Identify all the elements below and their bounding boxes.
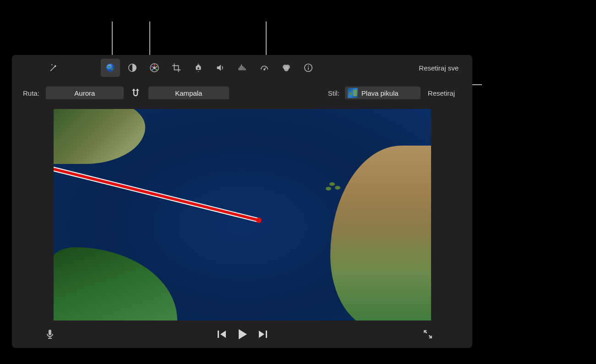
route-end-dropdown[interactable]: Kampala — [148, 87, 229, 99]
style-dropdown[interactable]: Plava pikula — [345, 87, 421, 99]
style-value: Plava pikula — [361, 89, 399, 97]
svg-point-0 — [106, 64, 115, 72]
svg-point-6 — [155, 69, 157, 70]
route-start-dropdown[interactable]: Aurora — [46, 87, 124, 99]
svg-rect-10 — [197, 65, 200, 67]
svg-point-8 — [151, 66, 153, 67]
info-tab-button[interactable] — [299, 59, 318, 77]
svg-point-7 — [152, 69, 153, 70]
inspector-toolbar: Resetiraj sve — [12, 55, 472, 81]
fullscreen-button[interactable] — [418, 325, 437, 343]
speed-tab-button[interactable] — [255, 59, 274, 77]
svg-point-5 — [156, 66, 157, 67]
svg-rect-21 — [49, 330, 51, 335]
style-swatch-icon — [348, 88, 358, 98]
previous-frame-button[interactable] — [217, 330, 227, 339]
volume-tab-button[interactable] — [211, 59, 230, 77]
voiceover-mic-button[interactable] — [40, 325, 60, 343]
playback-bar — [12, 321, 472, 348]
color-balance-tab-button[interactable] — [123, 59, 142, 77]
land-south-america — [54, 247, 177, 321]
route-label: Ruta: — [23, 89, 39, 97]
svg-point-4 — [153, 64, 155, 65]
inspector-panel: Resetiraj sve Ruta: Aurora Kampala Stil:… — [12, 55, 472, 348]
svg-rect-22 — [218, 331, 219, 338]
color-correction-tab-button[interactable] — [145, 59, 164, 77]
svg-point-12 — [264, 69, 265, 70]
svg-point-3 — [153, 66, 156, 69]
svg-rect-23 — [266, 331, 267, 338]
next-frame-button[interactable] — [258, 330, 268, 339]
map-preview[interactable] — [54, 109, 431, 321]
noise-reduction-tab-button[interactable] — [233, 59, 252, 77]
swap-route-button[interactable] — [128, 87, 144, 99]
svg-point-20 — [256, 217, 262, 223]
reset-style-button[interactable]: Resetiraj — [424, 87, 459, 99]
route-end-value: Kampala — [175, 89, 202, 97]
svg-line-18 — [54, 168, 259, 220]
globe-tab-button[interactable] — [101, 59, 120, 77]
svg-point-11 — [197, 67, 199, 69]
crop-tab-button[interactable] — [167, 59, 186, 77]
land-canary-islands — [329, 182, 335, 186]
filters-tab-button[interactable] — [277, 59, 296, 77]
stabilization-tab-button[interactable] — [189, 59, 208, 77]
route-start-value: Aurora — [74, 89, 95, 97]
svg-line-19 — [54, 168, 259, 220]
enhance-wand-button[interactable] — [44, 59, 63, 77]
route-controls-row: Ruta: Aurora Kampala Stil: Plava pikula … — [12, 81, 472, 105]
reset-all-button[interactable]: Resetiraj sve — [419, 64, 459, 72]
play-button[interactable] — [237, 328, 248, 340]
svg-point-15 — [284, 67, 289, 71]
style-label: Stil: — [328, 89, 339, 97]
land-africa — [330, 146, 431, 321]
svg-point-17 — [308, 65, 309, 66]
